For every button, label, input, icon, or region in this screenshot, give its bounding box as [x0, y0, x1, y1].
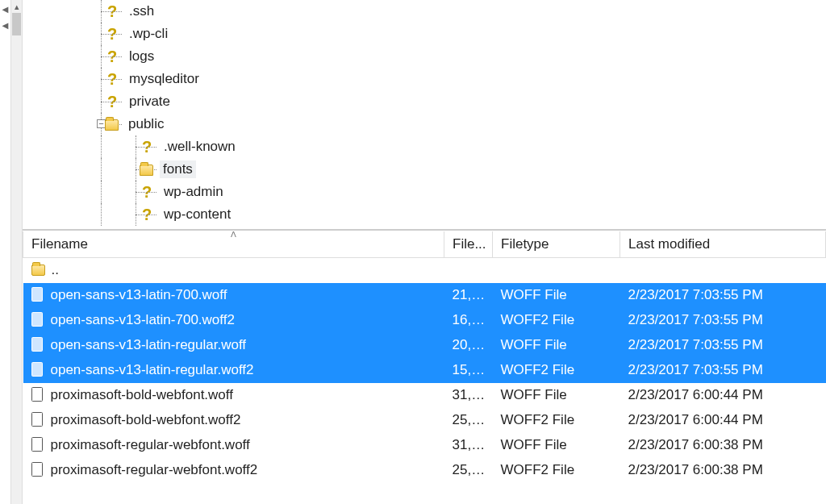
file-size: 15,5...	[444, 358, 493, 383]
file-name: open-sans-v13-latin-regular.woff	[51, 337, 247, 352]
svg-rect-5	[31, 413, 42, 427]
tree-node[interactable]: ?wp-admin	[23, 181, 826, 203]
tree-node-label[interactable]: wp-admin	[161, 183, 227, 201]
tree-node-label[interactable]: logs	[126, 48, 157, 65]
svg-rect-0	[31, 288, 42, 302]
file-row[interactable]: proximasoft-bold-webfont.woff225,9...WOF…	[23, 408, 826, 433]
tree-node[interactable]: fonts	[23, 158, 826, 181]
file-date: 2/23/2017 6:00:44 PM	[620, 408, 826, 433]
file-size: 31,5...	[444, 433, 493, 458]
file-date: 2/23/2017 6:00:38 PM	[620, 458, 826, 483]
parent-directory-row[interactable]: ..	[23, 258, 826, 283]
file-size: 16,2...	[444, 308, 493, 333]
file-name: proximasoft-regular-webfont.woff	[51, 437, 250, 452]
tree-node[interactable]: ?logs	[23, 45, 826, 68]
file-icon	[31, 387, 43, 402]
svg-rect-1	[31, 313, 42, 327]
file-size: 25,3...	[444, 458, 493, 483]
file-row[interactable]: proximasoft-bold-webfont.woff31,9...WOFF…	[23, 383, 826, 408]
file-date: 2/23/2017 7:03:55 PM	[620, 283, 826, 308]
svg-rect-4	[31, 388, 42, 402]
file-name: open-sans-v13-latin-regular.woff2	[51, 362, 254, 377]
file-type: WOFF File	[493, 383, 620, 408]
column-filesize[interactable]: File...	[444, 231, 493, 258]
file-type: WOFF File	[493, 283, 620, 308]
file-icon	[31, 462, 43, 477]
tree-node-label[interactable]: mysqleditor	[126, 70, 202, 88]
tree-node[interactable]: ?private	[23, 90, 826, 113]
file-name: proximasoft-regular-webfont.woff2	[51, 462, 258, 477]
file-size: 21,0...	[444, 283, 493, 308]
tree-node-label[interactable]: public	[125, 115, 167, 133]
file-name: proximasoft-bold-webfont.woff2	[51, 412, 241, 427]
file-size: 31,9...	[444, 383, 493, 408]
column-filename[interactable]: Filename	[23, 231, 444, 258]
file-icon	[31, 287, 43, 302]
file-list[interactable]: Filename File... Filetype Last modified …	[23, 231, 826, 504]
folder-icon	[31, 264, 45, 276]
tree-node[interactable]: −public	[23, 113, 826, 135]
file-size: 20,2...	[444, 333, 493, 358]
tree-node-label[interactable]: .well-known	[161, 138, 239, 156]
column-filetype[interactable]: Filetype	[493, 231, 620, 258]
svg-rect-7	[31, 463, 42, 477]
file-row[interactable]: open-sans-v13-latin-regular.woff20,2...W…	[23, 333, 826, 358]
parent-dir-label: ..	[52, 262, 59, 277]
tree-node-label[interactable]: .ssh	[126, 2, 157, 20]
scroll-thumb[interactable]	[12, 13, 21, 35]
nav-back-icon[interactable]: ◄	[0, 2, 10, 18]
file-date: 2/23/2017 7:03:55 PM	[620, 308, 826, 333]
scroll-up-icon[interactable]: ▴	[11, 0, 22, 13]
file-date: 2/23/2017 7:03:55 PM	[620, 358, 826, 383]
file-type: WOFF2 File	[493, 308, 620, 333]
tree-node[interactable]: ?.ssh	[23, 0, 826, 23]
file-type: WOFF File	[493, 333, 620, 358]
folder-icon	[140, 165, 153, 176]
file-icon	[31, 312, 43, 327]
column-lastmodified[interactable]: Last modified	[620, 231, 826, 258]
file-type: WOFF2 File	[493, 458, 620, 483]
file-name: proximasoft-bold-webfont.woff	[51, 387, 233, 402]
file-date: 2/23/2017 6:00:38 PM	[620, 433, 826, 458]
file-date: 2/23/2017 7:03:55 PM	[620, 333, 826, 358]
file-row[interactable]: proximasoft-regular-webfont.woff225,3...…	[23, 458, 826, 483]
file-type: WOFF File	[493, 433, 620, 458]
tree-node[interactable]: ?mysqleditor	[23, 68, 826, 90]
file-type: WOFF2 File	[493, 358, 620, 383]
file-row[interactable]: proximasoft-regular-webfont.woff31,5...W…	[23, 433, 826, 458]
file-type: WOFF2 File	[493, 408, 620, 433]
file-icon	[31, 337, 43, 352]
file-row[interactable]: open-sans-v13-latin-regular.woff215,5...…	[23, 358, 826, 383]
tree-node-label[interactable]: fonts	[160, 160, 196, 178]
history-nav: ◄ ◄	[0, 0, 11, 504]
tree-node[interactable]: ?wp-content	[23, 203, 826, 226]
file-icon	[31, 362, 43, 377]
svg-rect-2	[31, 338, 42, 352]
tree-node-label[interactable]: private	[126, 93, 173, 110]
svg-rect-6	[31, 438, 42, 452]
folder-icon	[105, 119, 119, 131]
file-row[interactable]: open-sans-v13-latin-700.woff21,0...WOFF …	[23, 283, 826, 308]
file-size: 25,9...	[444, 408, 493, 433]
file-name: open-sans-v13-latin-700.woff2	[51, 312, 235, 327]
tree-node-label[interactable]: wp-content	[161, 206, 234, 223]
remote-tree[interactable]: ?.ssh?.wp-cli?logs?mysqleditor?private−p…	[23, 0, 826, 231]
file-name: open-sans-v13-latin-700.woff	[51, 287, 227, 302]
file-row[interactable]: open-sans-v13-latin-700.woff216,2...WOFF…	[23, 308, 826, 333]
tree-node[interactable]: ?.well-known	[23, 135, 826, 158]
svg-rect-3	[31, 363, 42, 377]
tree-node-label[interactable]: .wp-cli	[126, 25, 171, 43]
file-date: 2/23/2017 6:00:44 PM	[620, 383, 826, 408]
nav-forward-icon[interactable]: ◄	[0, 18, 10, 34]
tree-node[interactable]: ?.wp-cli	[23, 23, 826, 45]
tree-scrollbar[interactable]: ▴	[11, 0, 23, 504]
file-icon	[31, 412, 43, 427]
file-icon	[31, 437, 43, 452]
